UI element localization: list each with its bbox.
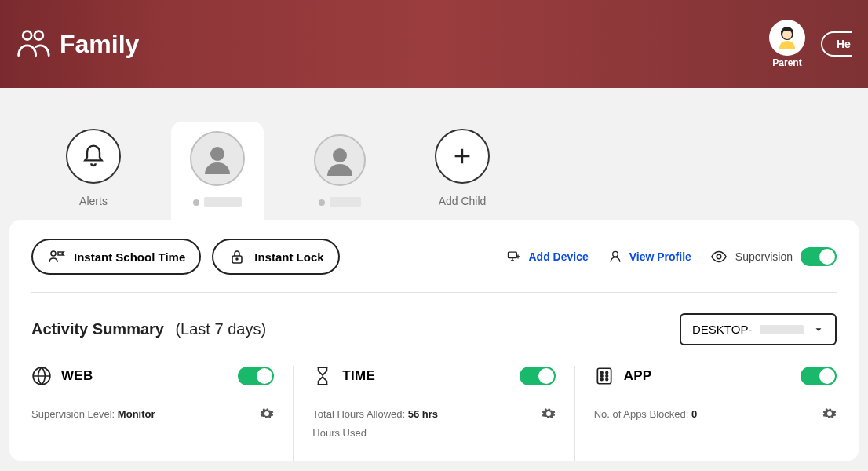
time-panel: TIME Total Hours Allowed: 56 hrs Hours U…	[294, 366, 574, 461]
alerts-label: Alerts	[79, 195, 108, 207]
eye-icon	[710, 248, 728, 265]
supervision-control: Supervision	[710, 247, 837, 266]
parent-account[interactable]: Parent	[769, 20, 805, 68]
app-blocked-value: 0	[691, 408, 697, 420]
app-blocked-label: No. of Apps Blocked:	[594, 408, 689, 420]
svg-point-20	[606, 378, 608, 381]
svg-point-6	[333, 148, 347, 162]
globe-icon	[31, 366, 52, 386]
instant-school-button[interactable]: Instant School Time	[31, 239, 201, 275]
chevron-down-icon	[813, 324, 824, 335]
svg-point-0	[23, 31, 31, 40]
add-device-link[interactable]: Add Device	[506, 249, 588, 265]
web-level-value: Monitor	[118, 408, 155, 420]
activity-panels: WEB Supervision Level: Monitor TIME Tota…	[31, 366, 837, 461]
status-dot-icon	[319, 199, 325, 206]
redacted-device	[760, 325, 804, 334]
status-dot-icon	[193, 199, 199, 206]
parent-label: Parent	[772, 57, 801, 68]
svg-point-15	[600, 371, 603, 374]
svg-point-1	[35, 31, 43, 40]
svg-point-4	[782, 30, 792, 39]
app-toggle[interactable]	[801, 367, 837, 385]
parent-avatar	[769, 20, 805, 56]
time-toggle[interactable]	[520, 367, 556, 385]
web-panel: WEB Supervision Level: Monitor	[31, 366, 294, 461]
svg-point-11	[612, 251, 618, 257]
child-2-label	[319, 197, 361, 207]
svg-rect-10	[509, 252, 517, 258]
svg-point-17	[600, 375, 603, 378]
svg-point-19	[600, 378, 603, 381]
child-tab-2[interactable]	[295, 125, 385, 220]
child-avatar-2	[314, 134, 366, 186]
web-toggle[interactable]	[238, 367, 274, 385]
svg-rect-14	[597, 368, 611, 384]
svg-point-16	[606, 371, 608, 374]
gear-icon[interactable]	[542, 407, 556, 421]
instant-lock-button[interactable]: Instant Lock	[212, 239, 339, 275]
profile-icon	[607, 249, 623, 265]
child-avatar-1	[190, 131, 245, 186]
page-title: Family	[60, 30, 139, 59]
time-allowed-value: 56 hrs	[408, 408, 438, 420]
family-logo: Family	[16, 27, 139, 61]
bell-icon	[66, 129, 121, 184]
redacted-name	[330, 197, 361, 207]
time-title: TIME	[342, 368, 375, 384]
svg-point-7	[51, 251, 56, 256]
web-level-label: Supervision Level:	[31, 408, 115, 420]
child-tab-1[interactable]	[171, 122, 264, 220]
add-child-label: Add Child	[439, 195, 487, 207]
summary-header: Activity Summary (Last 7 days) DESKTOP-	[31, 293, 837, 358]
app-grid-icon	[594, 366, 615, 386]
svg-point-12	[717, 254, 721, 259]
svg-point-18	[606, 375, 608, 378]
hourglass-icon	[312, 366, 333, 386]
child-tabs: Alerts Add Child	[0, 88, 868, 220]
family-icon	[16, 27, 50, 61]
alerts-tab[interactable]: Alerts	[47, 119, 140, 220]
svg-point-5	[210, 147, 224, 161]
app-title: APP	[624, 368, 652, 384]
view-profile-link[interactable]: View Profile	[607, 249, 691, 265]
main-card: Instant School Time Instant Lock Add Dev…	[9, 220, 859, 461]
web-title: WEB	[61, 368, 93, 384]
summary-range: (Last 7 days)	[175, 320, 266, 338]
gear-icon[interactable]	[822, 407, 837, 421]
svg-point-9	[236, 258, 238, 260]
time-allowed-label: Total Hours Allowed:	[312, 408, 405, 420]
supervision-toggle[interactable]	[801, 247, 837, 266]
gear-icon[interactable]	[260, 407, 274, 421]
device-prefix: DESKTOP-	[692, 323, 752, 336]
app-panel: APP No. of Apps Blocked: 0	[575, 366, 837, 461]
supervision-label: Supervision	[735, 250, 793, 263]
app-header: Family Parent He	[0, 0, 868, 88]
child-1-label	[193, 197, 242, 207]
summary-title: Activity Summary	[31, 320, 164, 338]
add-child-tab[interactable]: Add Child	[416, 119, 509, 220]
school-icon	[47, 247, 66, 266]
add-device-icon	[506, 249, 522, 265]
actions-row: Instant School Time Instant Lock Add Dev…	[31, 239, 837, 293]
time-used-label: Hours Used	[312, 427, 367, 439]
device-select[interactable]: DESKTOP-	[680, 313, 837, 345]
plus-icon	[435, 129, 490, 184]
redacted-name	[204, 197, 242, 207]
lock-icon	[228, 247, 246, 266]
help-button[interactable]: He	[821, 31, 852, 57]
